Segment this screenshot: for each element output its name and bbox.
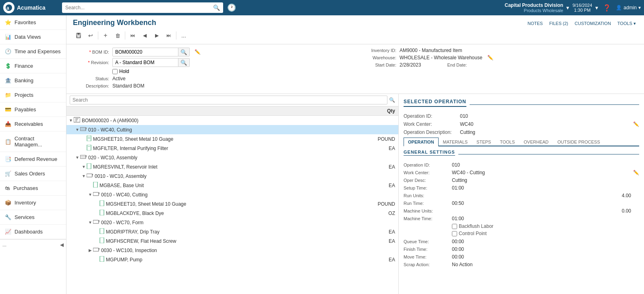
main-content: Engineering Workbench NOTES FILES (2) CU… [66, 15, 644, 294]
sidebar-item-data-views[interactable]: 📊 Data Views [0, 30, 66, 44]
bom-icon [74, 117, 80, 124]
sidebar-item-purchases[interactable]: 🛍 Purchases [0, 181, 66, 196]
notes-link[interactable]: NOTES [526, 20, 545, 27]
last-button[interactable]: ⏭ [163, 30, 174, 41]
history-icon[interactable]: 🕐 [227, 3, 236, 12]
sidebar-item-sales-orders[interactable]: 🛒 Sales Orders [0, 167, 66, 181]
tree-search-input[interactable] [70, 96, 387, 104]
bom-id-lookup-btn[interactable]: 🔍 [178, 48, 190, 56]
sidebar-label-receivables: Receivables [14, 121, 43, 127]
search-input[interactable] [65, 5, 213, 10]
search-bar[interactable]: 🔍 [62, 2, 223, 13]
tree-item-mgdriptray[interactable]: MGDRIPTRAY, Drip Tray EA [66, 227, 398, 236]
sidebar-item-finance[interactable]: 💲 Finance [0, 59, 66, 73]
toggle-sub-0010-cut[interactable]: ▼ [87, 192, 93, 197]
sidebar-item-deferred-revenue[interactable]: 📑 Deferred Revenue [0, 152, 66, 167]
datetime-dropdown-icon[interactable]: ▾ [595, 4, 598, 11]
gs-setup-time-row: Setup Time: 01:00 [404, 185, 639, 191]
company-info[interactable]: Capital Products Division Products Whole… [505, 2, 563, 13]
revision-input[interactable] [112, 58, 178, 67]
toggle-sub-0010[interactable]: ▼ [81, 174, 87, 178]
toggle-bom-root[interactable]: ▼ [68, 118, 74, 123]
receive-icon: 📥 [5, 121, 11, 127]
toggle-op-010[interactable]: ▼ [75, 127, 80, 132]
bom-id-field[interactable]: 🔍 [112, 48, 190, 56]
customization-link[interactable]: CUSTOMIZATION [573, 20, 613, 27]
tree-item-mgsheet10-2[interactable]: MGSHEET10, Sheet Metal 10 Guage POUND [66, 199, 398, 209]
tree-item-mgbase[interactable]: MGBASE, Base Unit EA [66, 181, 398, 190]
gs-machine-time-value: 01:00 [452, 216, 639, 221]
sidebar-item-time-expenses[interactable]: 🕐 Time and Expenses [0, 44, 66, 59]
prev-button[interactable]: ◀ [139, 30, 150, 41]
sidebar-collapse-btn[interactable]: ... ◀ [0, 239, 66, 250]
tab-materials[interactable]: MATERIALS [439, 138, 472, 146]
tree-item-sub-0010[interactable]: ▼ 0010 - WC10, Assembly [66, 171, 398, 181]
tree-item-op-0030[interactable]: ▶ 0030 - WC100, Inspection [66, 246, 398, 255]
tools-link[interactable]: TOOLS ▾ [616, 20, 638, 27]
gs-backflush-row[interactable]: Backflush Labor [452, 223, 639, 229]
tree-item-sub-0020[interactable]: ▼ 0020 - WC70, Form [66, 218, 398, 227]
app-logo[interactable]: a Acumatica [3, 2, 60, 13]
toggle-op-020[interactable]: ▼ [75, 155, 80, 160]
mgblackdye-qty: OZ [373, 211, 397, 216]
tree-item-mgfilter[interactable]: MGFILTER, Internal Purifying Filter EA [66, 144, 398, 153]
help-icon[interactable]: ❓ [601, 2, 613, 13]
toggle-mgresvinlt[interactable]: ▼ [81, 165, 87, 169]
op-0030-label: 0030 - WC100, Inspection [101, 248, 397, 253]
tree-item-op-010[interactable]: ▼ 010 - WC40, Cutting [66, 125, 398, 134]
user-icon: 👤 [616, 5, 622, 10]
files-link[interactable]: FILES (2) [548, 20, 570, 27]
more-actions-button[interactable]: ... [178, 30, 189, 41]
gs-work-center-edit-icon[interactable]: ✏️ [633, 170, 639, 175]
sidebar-item-inventory[interactable]: 📦 Inventory [0, 196, 66, 210]
gs-work-center-row: Work Center: WC40 - Cutting ✏️ [404, 170, 639, 175]
backflush-labor-checkbox[interactable] [452, 224, 457, 229]
delete-button[interactable]: 🗑 [112, 30, 123, 41]
tree-item-op-020[interactable]: ▼ 020 - WC10, Assembly [66, 153, 398, 162]
sidebar-item-services[interactable]: 🔧 Services [0, 210, 66, 225]
work-center-edit-icon[interactable]: ✏️ [633, 121, 639, 127]
bom-id-edit-icon[interactable]: ✏️ [195, 49, 201, 55]
sidebar-item-receivables[interactable]: 📥 Receivables [0, 117, 66, 131]
tree-item-bom-root[interactable]: ▼ BOM000020 - A (AM9000) [66, 116, 398, 125]
control-point-checkbox[interactable] [452, 231, 457, 236]
add-button[interactable]: + [100, 30, 111, 41]
revision-field[interactable]: 🔍 [112, 58, 190, 67]
tree-item-mgblackdye[interactable]: MGBLACKDYE, Black Dye OZ [66, 209, 398, 218]
tab-outside-process[interactable]: OUTSIDE PROCESS [553, 138, 605, 146]
hold-check[interactable]: Hold [112, 69, 129, 74]
sidebar-item-contract-mgmt[interactable]: 📋 Contract Managem... [0, 131, 66, 152]
toggle-op-0030[interactable]: ▶ [87, 248, 93, 252]
sidebar-item-projects[interactable]: 📁 Projects [0, 88, 66, 102]
sidebar-item-favorites[interactable]: ⭐ Favorites [0, 15, 66, 30]
tab-steps[interactable]: STEPS [472, 138, 495, 146]
user-button[interactable]: 👤 admin ▾ [616, 5, 641, 10]
sidebar-toggle-icon[interactable]: ◀ [60, 242, 64, 248]
date-time[interactable]: 9/16/2024 1:30 PM [572, 3, 592, 13]
save-button[interactable] [73, 30, 84, 41]
undo-button[interactable]: ↩ [85, 30, 96, 41]
tree-item-sub-0010-cut[interactable]: ▼ 0010 - WC40, Cutting [66, 190, 398, 199]
tab-operation[interactable]: OPERATION [404, 138, 439, 146]
tree-search-btn[interactable]: 🔍 [389, 97, 395, 103]
search-icon: 🔍 [213, 4, 220, 11]
next-button[interactable]: ▶ [151, 30, 162, 41]
bom-id-input[interactable] [112, 48, 178, 56]
tree-item-mgresvinlt[interactable]: ▼ MGRESVINLT, Reservoir Inlet EA [66, 162, 398, 171]
first-button[interactable]: ⏮ [127, 30, 138, 41]
sidebar-item-banking[interactable]: 🏦 Banking [0, 73, 66, 88]
tree-item-mgsheet10-1[interactable]: MGSHEET10, Sheet Metal 10 Guage POUND [66, 134, 398, 144]
revision-lookup-btn[interactable]: 🔍 [178, 58, 190, 67]
tab-overhead[interactable]: OVERHEAD [519, 138, 553, 146]
company-dropdown-icon[interactable]: ▾ [566, 4, 569, 11]
warehouse-edit-icon[interactable]: ✏️ [487, 55, 493, 60]
revision-row: Revision: 🔍 [73, 58, 350, 67]
sidebar-item-dashboards[interactable]: 📈 Dashboards [0, 225, 66, 239]
toggle-sub-0020[interactable]: ▼ [87, 220, 93, 225]
tree-item-mgfhscrew[interactable]: MGFHSCREW, Flat Head Screw EA [66, 236, 398, 246]
sidebar-item-payables[interactable]: 💳 Payables [0, 102, 66, 117]
hold-checkbox[interactable] [112, 69, 118, 74]
tree-item-mgpump[interactable]: MGPUMP, Pump EA [66, 255, 398, 264]
gs-control-point-row[interactable]: Control Point [452, 231, 639, 236]
tab-tools[interactable]: TOOLS [495, 138, 519, 146]
